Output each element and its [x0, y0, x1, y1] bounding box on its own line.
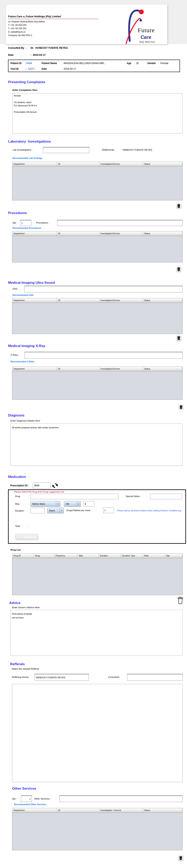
procedures-input[interactable] — [57, 220, 183, 226]
recommended-procedures-link: Recommended Procedures — [12, 227, 41, 229]
duration-label: Duration : — [15, 509, 25, 512]
drug-colon: : — [29, 495, 29, 497]
complaints-textarea[interactable]: Review US obstetric report Por ultrasoun… — [12, 93, 183, 133]
logo-word-future: Future — [138, 27, 155, 34]
add-drug-button[interactable]: + Add Drug — [15, 534, 39, 540]
procedures-qty-input[interactable] — [20, 220, 31, 226]
duration-input[interactable] — [31, 508, 45, 513]
company-email: E: jude@future.sc — [8, 31, 26, 33]
company-number: Company No.8417652-2 — [8, 34, 32, 36]
frequency-dropdown-value: OD — [64, 503, 76, 505]
other-delete-button[interactable] — [178, 855, 183, 861]
prescription-id-input[interactable] — [33, 483, 50, 489]
company-address: Le Chainter,Victoria,Mahe,Seychelles — [8, 20, 45, 23]
column-header: ID — [57, 367, 99, 371]
refresh-prescription-button[interactable] — [52, 482, 58, 490]
column-header: Investigation/Service — [99, 162, 143, 166]
refferal-list-box — [12, 684, 183, 782]
logo-tagline: Body Mind Soul — [139, 40, 155, 43]
per-meal-label: Drugs/Tablets per meal : — [66, 509, 91, 512]
advice-textarea[interactable]: Drink plenty of liquids rest at home — [10, 610, 183, 656]
duration-unit-dropdown[interactable]: Day/s ▼ — [47, 508, 64, 513]
procedures-table-header: Department ID Investigation/Service Stat… — [12, 231, 182, 236]
patient-name-label: Patient Name — [42, 62, 57, 65]
trash-icon — [177, 204, 180, 208]
lab-delete-button[interactable] — [176, 203, 181, 209]
column-header: ID — [57, 808, 99, 813]
xray-delete-button[interactable] — [179, 404, 183, 410]
visit-id-value: 12271 — [28, 67, 34, 70]
frequency-dropdown[interactable]: OD ▼ — [64, 501, 81, 507]
lab-investigation-input[interactable] — [43, 147, 89, 153]
column-header: Investigation/Service — [99, 367, 143, 371]
procedures-label: Procedures : — [36, 221, 49, 224]
refresh-icon — [52, 482, 58, 489]
other-qty-label: Qty : — [12, 798, 17, 800]
uss-input[interactable] — [25, 286, 183, 292]
diagnosis-heading: Diagnosis — [8, 413, 24, 417]
per-meal-input[interactable] — [103, 507, 114, 513]
procedures-delete-button[interactable] — [176, 266, 181, 272]
lab-results-table: Department ID Investigation/Service Stat… — [12, 162, 183, 200]
column-header: Drug ID — [12, 554, 34, 558]
diagnosis-textarea[interactable]: 39 weeks pregnant woman with emetic symd… — [10, 424, 183, 466]
column-header: Department — [12, 298, 57, 303]
column-header: Drug — [34, 554, 54, 558]
way-dropdown[interactable]: Before Meal ▼ — [31, 501, 60, 507]
top-margin — [0, 0, 187, 5]
recommended-other-link: Recommended Other Services — [14, 803, 46, 806]
uss-table: Department ID Investigation/Service Stat… — [12, 298, 183, 334]
uss-delete-button[interactable] — [176, 335, 181, 341]
company-phone-2: T: +24 84 225 252 — [8, 27, 26, 30]
drug-input[interactable] — [31, 494, 119, 499]
way-dropdown-value: Before Meal — [31, 503, 56, 505]
trash-icon — [180, 405, 183, 409]
column-header: Department — [12, 162, 57, 166]
recommended-uss-link: Recommended USS — [12, 294, 34, 296]
drug-list-table: Drug ID Drug Fequency Way Duration Durat… — [12, 553, 183, 595]
plus-circle-icon: + — [18, 535, 22, 539]
xray-heading: Medical Imaging X-Ray — [8, 344, 45, 348]
procedures-qty-label: Qty : — [12, 221, 17, 224]
consultant-input[interactable] — [127, 674, 183, 681]
reffering-doctor-input[interactable] — [35, 674, 89, 681]
other-qty-input[interactable] — [21, 796, 32, 802]
column-header: Duration Type — [121, 554, 143, 558]
advice-label: Enter Doctor's Advice Here — [12, 606, 40, 609]
uss-label: USS : — [12, 287, 18, 290]
drug-delete-button[interactable] — [177, 596, 183, 604]
way-qty-input[interactable] — [83, 501, 94, 507]
xray-table: Department ID Investigation/Service Stat… — [12, 367, 183, 400]
recommended-xray-link: Recommended X-Rays — [10, 360, 34, 363]
column-header: Duration — [99, 554, 121, 558]
fraction-note: Please add as decimal numbers when addin… — [117, 509, 185, 512]
special-notes-input[interactable] — [150, 494, 182, 499]
patient-id-label: Patient ID — [10, 62, 22, 65]
column-header: Status — [143, 231, 182, 236]
medication-heading: Medication — [8, 475, 26, 479]
special-notes-label: Special Notes : — [126, 495, 143, 497]
reffering-doctor-label: Reffering Doctor — [12, 676, 29, 678]
recommended-lab-link: Recommended Lab Testings — [12, 157, 42, 159]
visit-date-value: : 2024-04-17 — [62, 67, 76, 70]
advice-heading: Advice — [9, 601, 21, 605]
trash-icon — [179, 856, 182, 860]
xray-input[interactable] — [25, 352, 183, 359]
chevron-down-icon: ▼ — [76, 501, 81, 506]
patient-info-box: Patient ID : 6436 Patient Name : MAGDALE… — [8, 60, 180, 72]
company-title: Future Care by Future Holdings (Pty) Lim… — [8, 15, 61, 18]
xray-table-header: Department ID Investigation/Service Stat… — [12, 367, 182, 371]
laboratory-heading: Laboratory Investigations — [8, 140, 51, 144]
future-care-logo: Future Care ♥ Body Mind Soul — [124, 7, 167, 44]
trash-icon — [177, 267, 180, 271]
patient-name-value: : MAGDALENA BELLINDA DIANA MIR... — [62, 62, 106, 65]
uss-table-header: Department ID Investigation/Service Stat… — [12, 298, 182, 303]
gender-label: Gender — [147, 62, 156, 65]
drug-table-header: Drug ID Drug Fequency Way Duration Durat… — [12, 554, 182, 558]
consultant-label: Consultant — [108, 676, 119, 678]
column-header: Department — [12, 808, 57, 813]
left-margin — [0, 5, 6, 44]
column-header: Status — [143, 367, 182, 371]
column-header: Department — [12, 367, 57, 371]
other-services-input[interactable] — [59, 796, 183, 802]
